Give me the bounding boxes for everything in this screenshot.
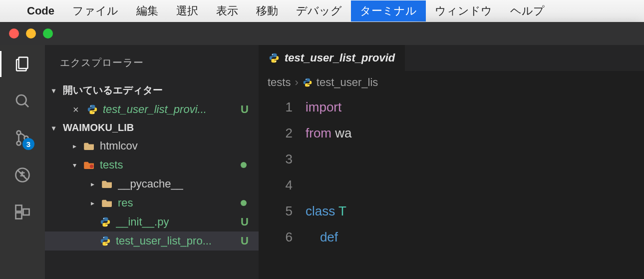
git-status: U [241, 234, 249, 248]
breadcrumbs[interactable]: tests › test_user_lis [259, 71, 644, 94]
folder-res[interactable]: ▸ res [45, 194, 259, 212]
file-test-user-list[interactable]: test_user_list_pro... U [45, 232, 259, 250]
code-text: T [335, 204, 346, 218]
folder-icon [102, 180, 113, 188]
editor-area: test_user_list_provid tests › test_user_… [259, 45, 644, 279]
svg-point-14 [103, 218, 104, 219]
git-modified-dot [241, 162, 247, 168]
git-status: U [241, 103, 249, 116]
python-icon [87, 104, 98, 115]
menu-go[interactable]: 移動 [247, 0, 287, 22]
folder-htmlcov[interactable]: ▸ htmlcov [45, 136, 259, 156]
file-name: test_user_list_pro... [116, 234, 212, 248]
scm-badge: 3 [22, 138, 34, 150]
folder-name: __pycache__ [118, 178, 183, 190]
svg-rect-8 [16, 206, 22, 212]
breadcrumb-file[interactable]: test_user_lis [317, 76, 378, 89]
chevron-right-icon: ▸ [73, 142, 79, 150]
svg-rect-9 [16, 213, 22, 219]
folder-icon [84, 160, 95, 170]
folder-icon [102, 198, 113, 208]
activity-extensions-icon[interactable] [12, 202, 32, 222]
folder-icon [84, 142, 95, 150]
menu-window[interactable]: ウィンドウ [426, 0, 501, 22]
folder-tests[interactable]: ▾ tests [45, 156, 259, 174]
window-body: 3 エクスプローラー ▾ 開いているエディター × test_user_list… [0, 45, 644, 279]
line-number: 5 [259, 198, 293, 224]
file-init[interactable]: __init__.py U [45, 212, 259, 232]
svg-point-21 [309, 85, 310, 86]
line-number: 6 [259, 224, 293, 250]
svg-point-12 [93, 112, 94, 114]
menu-help[interactable]: ヘルプ [501, 0, 554, 22]
file-name: test_user_list_provi... [103, 103, 207, 116]
close-icon[interactable]: × [73, 104, 82, 116]
code-keyword: from [306, 126, 331, 140]
menu-terminal[interactable]: ターミナル [351, 0, 426, 22]
traffic-light-close[interactable] [9, 28, 19, 38]
line-gutter: 1 2 3 4 5 6 [259, 94, 306, 250]
line-number: 3 [259, 146, 293, 172]
traffic-light-minimize[interactable] [26, 28, 36, 38]
code-content[interactable]: import from wa class T def [306, 94, 351, 250]
folder-name: res [118, 196, 133, 210]
line-number: 4 [259, 172, 293, 198]
python-icon [269, 52, 280, 64]
svg-point-16 [103, 237, 104, 238]
workspace-section[interactable]: ▾ WAIMOKU_LIB [45, 119, 259, 136]
traffic-light-zoom[interactable] [43, 28, 53, 38]
folder-name: htmlcov [100, 140, 138, 152]
file-name: __init__.py [116, 216, 169, 228]
svg-rect-0 [19, 58, 28, 69]
svg-point-11 [90, 106, 91, 106]
code-keyword: class [306, 204, 335, 218]
activity-explorer-icon[interactable] [12, 54, 32, 74]
tab-label: test_user_list_provid [285, 52, 395, 64]
menu-selection[interactable]: 選択 [167, 0, 207, 22]
python-icon [100, 216, 111, 228]
svg-point-19 [275, 61, 276, 62]
menu-debug[interactable]: デバッグ [287, 0, 351, 22]
breadcrumb-folder[interactable]: tests [268, 76, 291, 89]
svg-point-15 [106, 225, 107, 226]
activity-bar: 3 [0, 45, 45, 279]
svg-point-4 [17, 142, 21, 146]
menu-view[interactable]: 表示 [207, 0, 247, 22]
open-editors-section[interactable]: ▾ 開いているエディター [45, 80, 259, 100]
code-editor[interactable]: 1 2 3 4 5 6 import from wa class T def [259, 94, 644, 250]
editor-tabs: test_user_list_provid [259, 45, 644, 71]
git-status: U [241, 216, 249, 228]
vscode-window: 3 エクスプローラー ▾ 開いているエディター × test_user_list… [0, 22, 644, 279]
svg-line-2 [25, 104, 28, 107]
svg-point-1 [16, 95, 26, 105]
folder-pycache[interactable]: ▸ __pycache__ [45, 174, 259, 194]
chevron-right-icon: ▸ [91, 180, 97, 188]
git-modified-dot [241, 200, 247, 206]
chevron-right-icon: ▸ [91, 199, 97, 207]
macos-menubar: Code ファイル 編集 選択 表示 移動 デバッグ ターミナル ウィンドウ ヘ… [0, 0, 644, 22]
code-keyword: import [306, 100, 341, 114]
chevron-down-icon: ▾ [52, 86, 58, 94]
folder-name: tests [100, 158, 123, 172]
chevron-right-icon: › [295, 76, 298, 89]
code-text: wa [331, 126, 351, 140]
titlebar [0, 22, 644, 45]
code-keyword: def [320, 230, 338, 244]
activity-scm-icon[interactable]: 3 [12, 128, 32, 148]
python-icon [303, 78, 313, 88]
line-number: 1 [259, 94, 293, 120]
python-icon [100, 236, 111, 246]
line-number: 2 [259, 120, 293, 146]
workspace-name: WAIMOKU_LIB [63, 122, 134, 134]
menu-edit[interactable]: 編集 [127, 0, 167, 22]
activity-debug-icon[interactable] [12, 165, 32, 185]
activity-search-icon[interactable] [12, 91, 32, 111]
explorer-sidebar: エクスプローラー ▾ 開いているエディター × test_user_list_p… [45, 45, 259, 279]
svg-point-17 [106, 244, 107, 245]
svg-rect-10 [23, 209, 29, 215]
menu-file[interactable]: ファイル [63, 0, 127, 22]
svg-point-13 [90, 164, 93, 168]
open-editor-item[interactable]: × test_user_list_provi... U [45, 100, 259, 119]
editor-tab[interactable]: test_user_list_provid [259, 45, 405, 71]
menu-app[interactable]: Code [18, 2, 63, 20]
